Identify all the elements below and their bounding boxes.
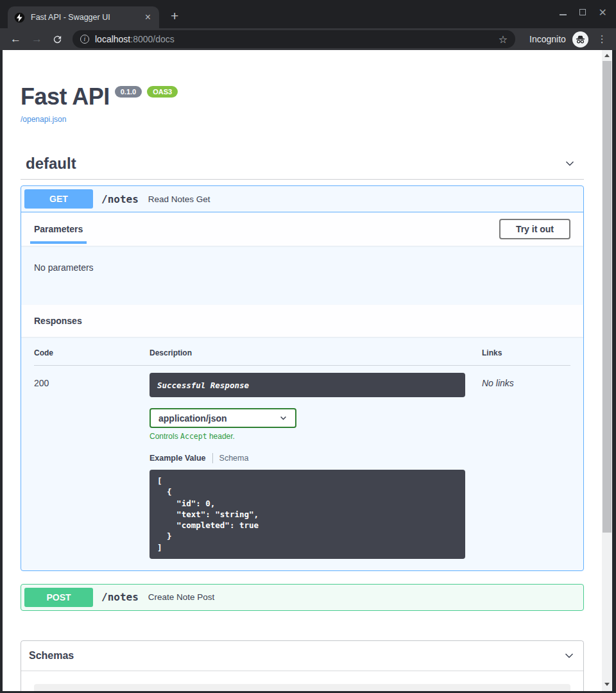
schemas-title: Schemas xyxy=(29,650,74,662)
response-row-200: 200 Successful Response application/json xyxy=(34,366,570,559)
responses-body: Code Description Links 200 Successful Re… xyxy=(21,337,583,570)
api-info: Fast API 0.1.0 OAS3 /openapi.json xyxy=(21,83,584,124)
page-scrollbar[interactable] xyxy=(602,50,612,691)
model-note[interactable]: Note xyxy=(34,684,570,691)
responses-header: Responses xyxy=(21,305,583,337)
window-controls: ✕ xyxy=(560,8,607,17)
responses-label: Responses xyxy=(34,316,82,326)
tag-title: default xyxy=(26,155,76,173)
no-links-text: No links xyxy=(482,373,570,388)
tag-section-header[interactable]: default xyxy=(21,155,584,180)
version-badge: 0.1.0 xyxy=(115,86,142,98)
media-type-select[interactable]: application/json xyxy=(150,408,296,428)
schemas-section: Schemas Note xyxy=(21,640,584,691)
col-header-description: Description xyxy=(150,348,482,357)
window-border-left xyxy=(0,50,3,693)
fastapi-favicon-icon xyxy=(14,12,25,23)
scroll-up-icon[interactable] xyxy=(602,50,612,60)
post-summary-text: Create Note Post xyxy=(148,592,215,602)
tab-title: Fast API - Swagger UI xyxy=(31,13,137,22)
chevron-down-icon[interactable] xyxy=(563,157,576,170)
openapi-spec-link[interactable]: /openapi.json xyxy=(21,115,66,124)
minimize-button[interactable] xyxy=(560,8,567,17)
select-chevron-icon xyxy=(279,414,287,422)
forward-icon[interactable]: → xyxy=(31,33,42,46)
post-summary-row[interactable]: POST /notes Create Note Post xyxy=(21,585,583,610)
incognito-icon xyxy=(572,31,588,47)
tab-strip: Fast API - Swagger UI × + ✕ xyxy=(0,0,616,28)
tab-close-icon[interactable]: × xyxy=(143,12,153,22)
swagger-page: Fast API 0.1.0 OAS3 /openapi.json defaul… xyxy=(3,50,602,691)
response-description-text: Successful Response xyxy=(157,381,249,390)
example-tabs: Example Value Schema xyxy=(150,453,482,463)
get-path: /notes xyxy=(101,193,139,205)
post-method-badge: POST xyxy=(24,588,93,607)
accept-header-note: Controls Accept header. xyxy=(150,432,482,441)
browser-tab[interactable]: Fast API - Swagger UI × xyxy=(8,6,159,28)
responses-table-header: Code Description Links xyxy=(34,348,570,366)
response-code: 200 xyxy=(34,373,150,388)
back-icon[interactable]: ← xyxy=(10,33,21,46)
parameters-body: No parameters xyxy=(21,246,583,305)
post-path: /notes xyxy=(101,591,139,603)
tab-schema[interactable]: Schema xyxy=(219,454,249,463)
url-bar[interactable]: i localhost:8000/docs ☆ xyxy=(73,30,515,48)
scrollbar-thumb[interactable] xyxy=(603,61,612,533)
tab-example-value[interactable]: Example Value xyxy=(150,454,206,463)
close-button[interactable]: ✕ xyxy=(599,9,607,17)
get-method-badge: GET xyxy=(24,189,93,209)
get-summary-row[interactable]: GET /notes Read Notes Get xyxy=(21,186,583,212)
col-header-links: Links xyxy=(482,348,570,357)
maximize-button[interactable] xyxy=(579,8,586,17)
no-parameters-text: No parameters xyxy=(34,262,94,273)
opblock-get-notes: GET /notes Read Notes Get Parameters Try… xyxy=(21,185,584,571)
window-border-right xyxy=(612,50,616,693)
page-title: Fast API xyxy=(21,83,110,110)
oas-badge: OAS3 xyxy=(147,86,178,98)
schemas-chevron-down-icon[interactable] xyxy=(563,649,576,662)
tab-parameters[interactable]: Parameters xyxy=(34,224,83,234)
browser-window: Fast API - Swagger UI × + ✕ ← → i localh… xyxy=(0,0,616,693)
incognito-label: Incognito xyxy=(529,34,566,44)
page-info-icon[interactable]: i xyxy=(80,35,89,44)
parameters-header: Parameters Try it out xyxy=(21,212,583,246)
new-tab-button[interactable]: + xyxy=(171,9,178,22)
scroll-down-icon[interactable] xyxy=(602,679,612,689)
example-json-panel: [ { "id": 0, "text": "string", "complete… xyxy=(150,470,465,559)
example-json-code: [ { "id": 0, "text": "string", "complete… xyxy=(157,475,458,553)
browser-menu-icon[interactable]: ⋮ xyxy=(597,33,607,45)
browser-toolbar: ← → i localhost:8000/docs ☆ Incognito ⋮ xyxy=(0,28,616,50)
col-header-code: Code xyxy=(34,348,150,357)
get-summary-text: Read Notes Get xyxy=(148,194,210,204)
reload-icon[interactable] xyxy=(52,34,63,45)
media-type-value: application/json xyxy=(158,413,227,424)
response-description-panel: Successful Response xyxy=(150,373,465,397)
schemas-header[interactable]: Schemas xyxy=(21,641,583,671)
tab-divider xyxy=(212,453,213,463)
url-text: localhost:8000/docs xyxy=(95,34,499,44)
opblock-post-notes: POST /notes Create Note Post xyxy=(21,584,584,611)
bookmark-star-icon[interactable]: ☆ xyxy=(499,33,508,46)
try-it-out-button[interactable]: Try it out xyxy=(499,219,570,239)
